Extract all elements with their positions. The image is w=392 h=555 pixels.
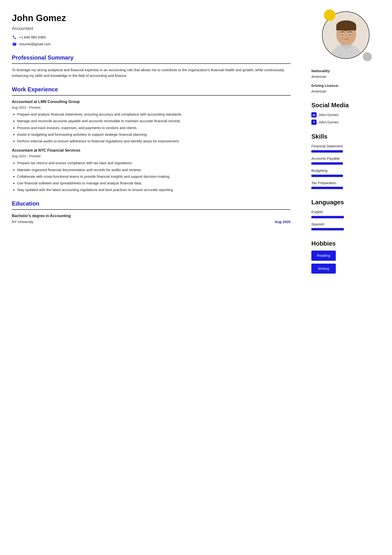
facebook-icon: f (311, 120, 317, 125)
linkedin-icon: in (311, 112, 317, 117)
job-1-title: Accountant at LMN Consulting Group (12, 99, 291, 105)
list-item: Maintain organized financial documentati… (17, 167, 291, 173)
right-column: Nationality: American Driving Licence: A… (302, 11, 383, 544)
linkedin-row: in John.Gomez (311, 112, 349, 118)
lang-bar-spanish (311, 228, 344, 230)
education-heading: Education (12, 199, 291, 208)
edu-date: Aug 2020 (275, 219, 291, 225)
deco-yellow-circle (324, 9, 335, 21)
job-2: Accountant at NYC Financial Services Aug… (12, 148, 291, 192)
skill-label-accounts: Accounts Payable (311, 156, 343, 161)
nationality-value: American (311, 74, 331, 80)
email-row: resume@gmail.com (12, 42, 291, 47)
work-experience-section: Work Experience Accountant at LMN Consul… (12, 85, 291, 193)
skill-bar-tax (311, 187, 343, 189)
list-item: Assist in budgeting and forecasting acti… (17, 132, 291, 137)
language-english: English (311, 209, 344, 218)
header: John Gomez Accountant +1 646 980 6360 re… (12, 11, 291, 47)
summary-divider (12, 63, 291, 64)
summary-heading: Professional Summary (12, 53, 291, 62)
facebook-row: f John.Gomez (311, 120, 349, 125)
skill-budgeting: Budgeting (311, 168, 343, 177)
lang-label-english: English (311, 209, 344, 215)
skills-section: Skills Financial Statement Accounts Paya… (311, 127, 343, 192)
education-divider (12, 209, 291, 210)
social-heading: Social Media (311, 101, 349, 110)
skill-label-financial: Financial Statement (311, 144, 343, 149)
education-section: Education Bachelor's degree in Accountin… (12, 199, 291, 225)
phone-row: +1 646 980 6360 (12, 35, 291, 40)
job-1: Accountant at LMN Consulting Group Aug 2… (12, 99, 291, 144)
job-2-bullets: Prepare tax returns and ensure complianc… (12, 160, 291, 192)
hobbies-section: Hobbies Reading Writing (311, 234, 336, 277)
skill-accounts-payable: Accounts Payable (311, 156, 343, 165)
list-item: Prepare tax returns and ensure complianc… (17, 160, 291, 166)
hobby-reading: Reading (311, 251, 336, 261)
skill-tax-preparation: Tax Preparation (311, 180, 343, 189)
phone-icon (12, 35, 17, 40)
job-1-bullets: Prepare and analyze financial statements… (12, 111, 291, 144)
skills-heading: Skills (311, 132, 343, 141)
edu-institution-row: NY University Aug 2020 (12, 219, 291, 225)
social-media-section: Social Media in John.Gomez f John.Gomez (311, 95, 349, 127)
work-divider (12, 95, 291, 96)
left-column: John Gomez Accountant +1 646 980 6360 re… (12, 11, 302, 544)
nationality-block: Nationality: American (311, 66, 331, 81)
email-icon (12, 42, 17, 47)
job-1-dates: Aug 2023 - Present (12, 105, 291, 110)
professional-summary-section: Professional Summary To leverage my stro… (12, 53, 291, 79)
deco-gray-circle (363, 52, 372, 61)
candidate-title: Accountant (12, 25, 291, 32)
svg-point-9 (349, 34, 351, 35)
list-item: Process and track invoices, expenses, an… (17, 125, 291, 131)
skill-bar-budgeting (311, 175, 343, 177)
driving-label: Driving Licence: (311, 83, 339, 88)
work-heading: Work Experience (12, 85, 291, 94)
languages-heading: Languages (311, 198, 344, 207)
skill-financial-statement: Financial Statement (311, 144, 343, 153)
lang-bar-english (311, 216, 344, 218)
hobbies-heading: Hobbies (311, 239, 336, 248)
nationality-label: Nationality: (311, 68, 331, 74)
driving-licence-block: Driving Licence: American (311, 81, 339, 95)
photo-wrapper (322, 11, 372, 61)
svg-point-8 (342, 34, 343, 35)
hobby-writing: Writing (311, 264, 336, 274)
job-2-dates: Aug 2022 - Present (12, 154, 291, 159)
list-item: Collaborate with cross-functional teams … (17, 174, 291, 179)
list-item: Stay updated with the latest accounting … (17, 187, 291, 192)
summary-text: To leverage my strong analytical and fin… (12, 67, 291, 79)
list-item: Use financial software and spreadsheets … (17, 180, 291, 186)
skill-label-budgeting: Budgeting (311, 168, 343, 174)
skill-label-tax: Tax Preparation (311, 180, 343, 186)
edu-degree: Bachelor's degree in Accounting (12, 213, 291, 219)
linkedin-handle: John.Gomez (319, 112, 339, 118)
list-item: Perform internal audits to ensure adhere… (17, 138, 291, 144)
list-item: Prepare and analyze financial statements… (17, 111, 291, 117)
skill-bar-financial (311, 150, 343, 153)
list-item: Manage and reconcile accounts payable an… (17, 118, 291, 124)
skill-bar-accounts (311, 162, 343, 165)
resume-wrapper: John Gomez Accountant +1 646 980 6360 re… (0, 0, 392, 555)
edu-institution: NY University (12, 219, 33, 225)
driving-value: American (311, 89, 339, 94)
email-address: resume@gmail.com (19, 42, 51, 47)
language-spanish: Spanish (311, 222, 344, 231)
candidate-name: John Gomez (12, 11, 291, 25)
lang-label-spanish: Spanish (311, 222, 344, 227)
job-2-title: Accountant at NYC Financial Services (12, 148, 291, 153)
languages-section: Languages English Spanish (311, 192, 344, 234)
svg-rect-5 (336, 26, 356, 30)
phone-number: +1 646 980 6360 (19, 35, 46, 40)
facebook-handle: John.Gomez (319, 120, 339, 125)
